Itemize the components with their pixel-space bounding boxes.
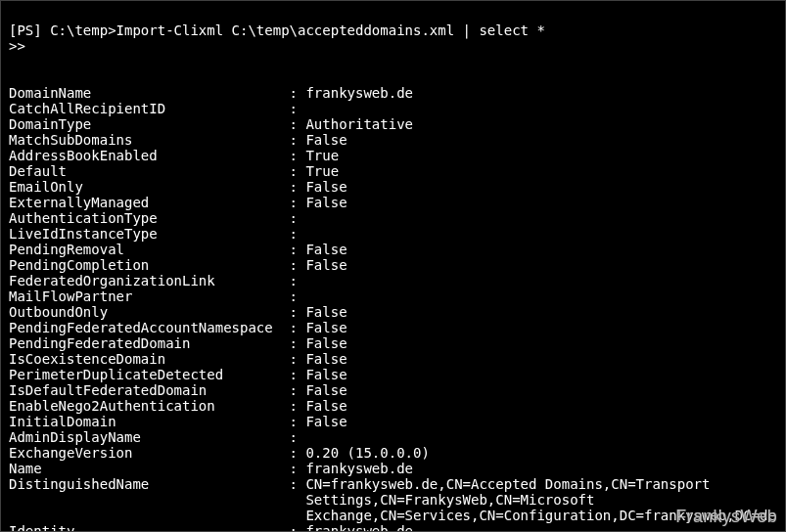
- terminal-output[interactable]: [PS] C:\temp>Import-Clixml C:\temp\accep…: [1, 1, 785, 532]
- object-properties: DomainName : frankysweb.de CatchAllRecip…: [9, 85, 776, 532]
- ps-prompt: [PS] C:\temp>: [9, 22, 116, 38]
- entered-command: Import-Clixml C:\temp\accepteddomains.xm…: [116, 22, 545, 38]
- continuation-prompt: >>: [9, 38, 25, 54]
